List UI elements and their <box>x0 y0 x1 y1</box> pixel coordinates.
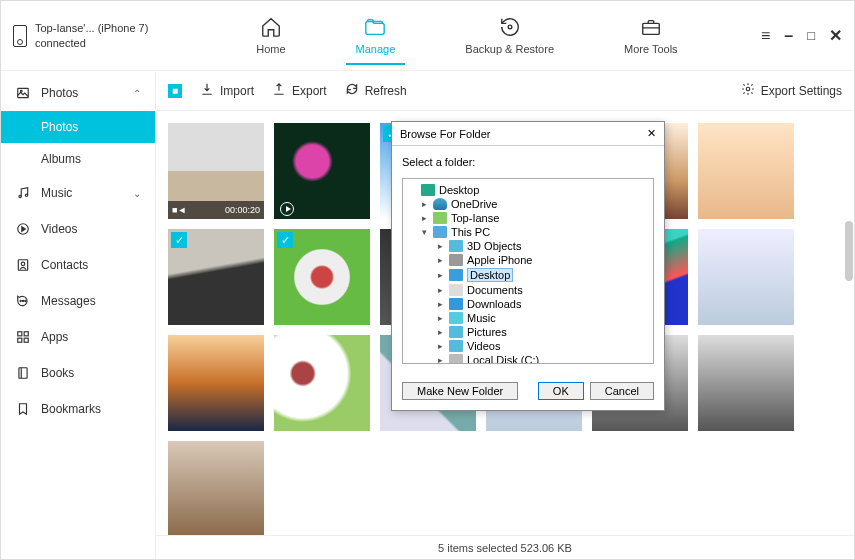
import-button[interactable]: Import <box>200 82 254 99</box>
sidebar-bookmarks[interactable]: Bookmarks <box>1 391 155 427</box>
expand-icon[interactable]: ▸ <box>435 241 445 251</box>
chevron-up-icon: ⌃ <box>133 88 141 99</box>
books-icon <box>15 365 31 381</box>
tree-this-pc[interactable]: ▾This PC <box>407 225 649 239</box>
expand-icon[interactable]: ▸ <box>435 299 445 309</box>
home-icon <box>259 15 283 39</box>
downloads-icon <box>449 298 463 310</box>
ok-button[interactable]: OK <box>538 382 584 400</box>
photo-thumb[interactable] <box>698 335 794 431</box>
device-info[interactable]: Top-Ianse'... (iPhone 7) connected <box>13 21 173 50</box>
sidebar-apps[interactable]: Apps <box>1 319 155 355</box>
device-status: connected <box>35 36 148 50</box>
tree-desktop[interactable]: ▸Desktop <box>407 267 649 283</box>
nav-backup-label: Backup & Restore <box>465 43 554 55</box>
expand-icon[interactable]: ▸ <box>435 355 445 364</box>
dialog-body: Select a folder: Desktop ▸OneDrive ▸Top-… <box>392 146 664 374</box>
nav-manage[interactable]: Manage <box>346 7 406 65</box>
nav-home[interactable]: Home <box>246 7 295 65</box>
collapse-icon[interactable]: ▾ <box>419 227 429 237</box>
tree-onedrive[interactable]: ▸OneDrive <box>407 197 649 211</box>
sidebar-messages[interactable]: Messages <box>1 283 155 319</box>
tree-videos[interactable]: ▸Videos <box>407 339 649 353</box>
sidebar-videos[interactable]: Videos <box>1 211 155 247</box>
svg-rect-12 <box>18 332 22 336</box>
video-duration: 00:00:20 <box>225 205 260 215</box>
sidebar: Photos ⌃ Photos Albums Music ⌄ Videos Co… <box>1 71 156 559</box>
svg-point-5 <box>25 194 27 196</box>
photo-thumb[interactable] <box>698 229 794 325</box>
sidebar-photos-label: Photos <box>41 86 78 100</box>
tree-pictures[interactable]: ▸Pictures <box>407 325 649 339</box>
svg-point-17 <box>746 87 750 91</box>
sidebar-albums[interactable]: Albums <box>1 143 155 175</box>
expand-icon[interactable]: ▸ <box>435 327 445 337</box>
nav-home-label: Home <box>256 43 285 55</box>
scrollbar[interactable] <box>845 221 853 281</box>
folder-tree[interactable]: Desktop ▸OneDrive ▸Top-Ianse ▾This PC ▸3… <box>402 178 654 364</box>
nav-tools[interactable]: More Tools <box>614 7 688 65</box>
photo-thumb[interactable]: ✓ <box>274 229 370 325</box>
photo-thumb[interactable] <box>168 441 264 535</box>
pc-icon <box>433 226 447 238</box>
tree-documents[interactable]: ▸Documents <box>407 283 649 297</box>
sidebar-photos-sub[interactable]: Photos <box>1 111 155 143</box>
folder-icon <box>363 15 387 39</box>
tree-apple-iphone[interactable]: ▸Apple iPhone <box>407 253 649 267</box>
import-label: Import <box>220 84 254 98</box>
apps-icon <box>15 329 31 345</box>
tree-music[interactable]: ▸Music <box>407 311 649 325</box>
expand-icon[interactable]: ▸ <box>435 313 445 323</box>
sidebar-contacts-label: Contacts <box>41 258 88 272</box>
photo-thumb[interactable] <box>274 123 370 219</box>
photo-thumb[interactable]: ✓ <box>168 229 264 325</box>
pictures-icon <box>449 326 463 338</box>
nav-manage-label: Manage <box>356 43 396 55</box>
check-icon: ✓ <box>171 232 187 248</box>
expand-icon[interactable]: ▸ <box>435 270 445 280</box>
sidebar-music-label: Music <box>41 186 72 200</box>
refresh-button[interactable]: Refresh <box>345 82 407 99</box>
sidebar-apps-label: Apps <box>41 330 68 344</box>
play-icon <box>280 202 294 216</box>
photo-thumb[interactable] <box>274 335 370 431</box>
export-button[interactable]: Export <box>272 82 327 99</box>
minimize-icon[interactable]: – <box>784 27 793 45</box>
video-overlay: ■◄ 00:00:20 <box>168 201 264 219</box>
videos-folder-icon <box>449 340 463 352</box>
expand-icon[interactable]: ▸ <box>419 213 429 223</box>
expand-icon[interactable]: ▸ <box>435 341 445 351</box>
folder-3d-icon <box>449 240 463 252</box>
expand-icon[interactable]: ▸ <box>435 255 445 265</box>
expand-icon[interactable]: ▸ <box>435 285 445 295</box>
tree-local-disk[interactable]: ▸Local Disk (C:) <box>407 353 649 364</box>
nav-backup[interactable]: Backup & Restore <box>455 7 564 65</box>
photo-thumb[interactable]: ■◄ 00:00:20 <box>168 123 264 219</box>
sidebar-music[interactable]: Music ⌄ <box>1 175 155 211</box>
disk-icon <box>449 354 463 364</box>
sidebar-contacts[interactable]: Contacts <box>1 247 155 283</box>
dialog-close-icon[interactable]: ✕ <box>647 127 656 140</box>
desktop-icon <box>421 184 435 196</box>
cloud-icon <box>433 198 447 210</box>
maximize-icon[interactable]: □ <box>807 28 815 43</box>
dialog-titlebar: Browse For Folder ✕ <box>392 122 664 146</box>
sidebar-photos[interactable]: Photos ⌃ <box>1 75 155 111</box>
tree-downloads[interactable]: ▸Downloads <box>407 297 649 311</box>
sidebar-books[interactable]: Books <box>1 355 155 391</box>
tree-desktop-root[interactable]: Desktop <box>407 183 649 197</box>
expand-icon[interactable]: ▸ <box>419 199 429 209</box>
export-settings-button[interactable]: Export Settings <box>741 82 842 99</box>
photo-thumb[interactable] <box>168 335 264 431</box>
cancel-button[interactable]: Cancel <box>590 382 654 400</box>
make-new-folder-button[interactable]: Make New Folder <box>402 382 518 400</box>
tree-user[interactable]: ▸Top-Ianse <box>407 211 649 225</box>
menu-icon[interactable]: ≡ <box>761 27 770 45</box>
refresh-icon <box>345 82 359 99</box>
check-icon: ✓ <box>277 232 293 248</box>
select-all-checkbox[interactable]: ■ <box>168 84 182 98</box>
close-icon[interactable]: ✕ <box>829 26 842 45</box>
tree-3d-objects[interactable]: ▸3D Objects <box>407 239 649 253</box>
photo-thumb[interactable] <box>698 123 794 219</box>
user-icon <box>433 212 447 224</box>
